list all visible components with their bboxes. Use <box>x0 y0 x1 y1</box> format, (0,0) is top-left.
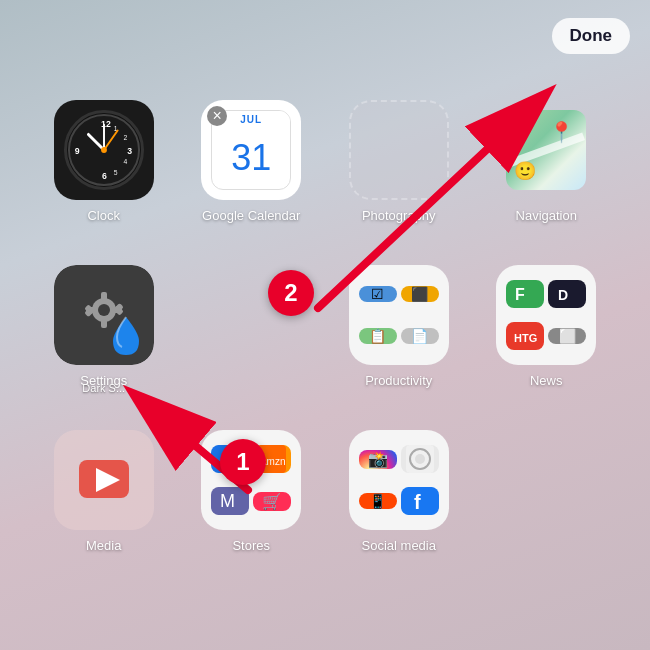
prod-sub-3: 📋 <box>359 328 397 344</box>
photography-app-icon <box>349 100 449 200</box>
app-item-photography[interactable]: Photography <box>325 90 473 255</box>
done-button[interactable]: Done <box>552 18 631 54</box>
app-item-news[interactable]: F D HTG ⬜ News <box>473 255 621 420</box>
maps-pin-icon: 📍 <box>549 120 574 144</box>
app-item-gcal[interactable]: JUL 31 Google Calendar <box>178 90 326 255</box>
prod-sub-1: ☑ <box>359 286 397 302</box>
svg-text:6: 6 <box>102 171 107 181</box>
app-item-media[interactable]: Media <box>30 420 178 585</box>
app-item-productivity[interactable]: ☑ ⬛ 📋 📄 Productivity <box>325 255 473 420</box>
svg-point-12 <box>101 147 107 153</box>
svg-text:D: D <box>558 287 568 303</box>
productivity-label: Productivity <box>365 373 432 388</box>
news-sub-4: ⬜ <box>548 328 586 344</box>
social-sub-3: 📱 <box>359 493 397 509</box>
news-sub-3: HTG <box>506 322 544 350</box>
stores-label: Stores <box>232 538 270 553</box>
news-sub-2: D <box>548 280 586 308</box>
step-badge-2: 2 <box>268 270 314 316</box>
app-item-navigation[interactable]: 📍 🙂 Navigation <box>473 90 621 255</box>
svg-text:M: M <box>220 491 235 511</box>
svg-text:4: 4 <box>123 158 127 165</box>
step-badge-1: 1 <box>220 439 266 485</box>
svg-text:12: 12 <box>101 119 111 129</box>
gcal-label: Google Calendar <box>202 208 300 223</box>
navigation-label: Navigation <box>516 208 577 223</box>
svg-text:f: f <box>414 491 421 513</box>
news-app-icon: F D HTG ⬜ <box>496 265 596 365</box>
maps-face-icon: 🙂 <box>514 160 536 182</box>
social-sub-2 <box>401 445 439 473</box>
news-sub-1: F <box>506 280 544 308</box>
prod-sub-2: ⬛ <box>401 286 439 302</box>
svg-text:5: 5 <box>113 169 117 176</box>
app-grid: 12 3 6 9 1 2 4 5 Clock <box>30 90 620 585</box>
productivity-app-icon: ☑ ⬛ 📋 📄 <box>349 265 449 365</box>
settings-app-icon <box>54 265 154 365</box>
settings-sublabel: Dark S... <box>82 382 125 394</box>
navigation-app-icon: 📍 🙂 <box>496 100 596 200</box>
social-app-icon: 📸 📱 f <box>349 430 449 530</box>
svg-text:2: 2 <box>123 134 127 141</box>
news-label: News <box>530 373 563 388</box>
svg-point-41 <box>415 454 425 464</box>
gcal-app-icon: JUL 31 <box>201 100 301 200</box>
app-item-clock[interactable]: 12 3 6 9 1 2 4 5 Clock <box>30 90 178 255</box>
svg-rect-16 <box>101 292 107 301</box>
svg-text:F: F <box>515 286 525 303</box>
prod-sub-4: 📄 <box>401 328 439 344</box>
social-label: Social media <box>362 538 436 553</box>
photography-label: Photography <box>362 208 436 223</box>
social-sub-1: 📸 <box>359 450 397 469</box>
stores-sub-3: M <box>211 487 249 515</box>
stores-sub-4: 🛒 <box>253 492 291 511</box>
svg-text:HTG: HTG <box>514 332 537 344</box>
social-sub-4: f <box>401 487 439 515</box>
app-item-social[interactable]: 📸 📱 f Social media <box>325 420 473 585</box>
clock-app-icon: 12 3 6 9 1 2 4 5 <box>54 100 154 200</box>
app-item-settings[interactable]: Settings Dark S... <box>30 255 178 420</box>
clock-label: Clock <box>87 208 120 223</box>
media-app-icon <box>54 430 154 530</box>
gcal-date: 31 <box>212 126 290 189</box>
svg-text:9: 9 <box>75 146 80 156</box>
svg-text:3: 3 <box>127 146 132 156</box>
media-label: Media <box>86 538 121 553</box>
